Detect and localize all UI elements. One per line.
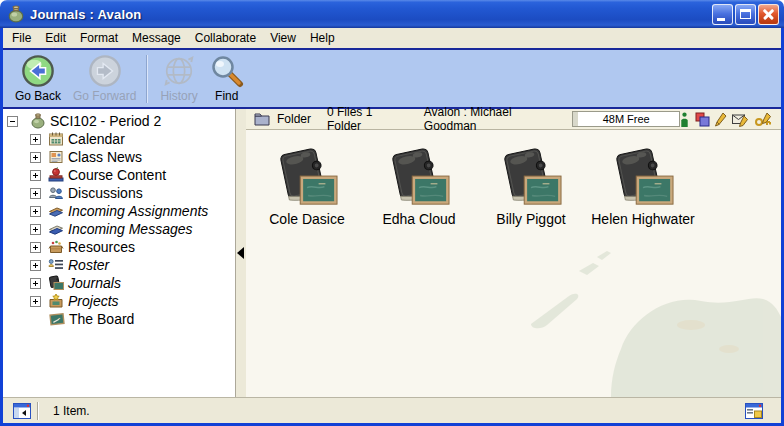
tree-item-calendar[interactable]: Calendar <box>3 130 235 148</box>
menu-view[interactable]: View <box>263 29 303 47</box>
pane-splitter[interactable] <box>236 109 246 397</box>
go-back-button[interactable]: Go Back <box>9 54 67 103</box>
menu-collaborate[interactable]: Collaborate <box>188 29 263 47</box>
free-space-gauge: 48M Free <box>572 111 680 127</box>
expand-expander-icon[interactable] <box>30 188 41 199</box>
tree-item-the-board[interactable]: The Board <box>3 310 235 328</box>
menu-format[interactable]: Format <box>73 29 125 47</box>
toggle-tree-panel[interactable] <box>9 401 35 421</box>
tree-item-resources[interactable]: Resources <box>3 238 235 256</box>
tree-item-class-news[interactable]: Class News <box>3 148 235 166</box>
journal-item[interactable]: Billy Piggot <box>477 147 585 227</box>
tree-item-projects[interactable]: Projects <box>3 292 235 310</box>
people-icon <box>48 185 64 201</box>
messages-icon <box>48 221 64 237</box>
find-button[interactable]: Find <box>204 54 250 103</box>
titlebar[interactable]: Journals : Avalon <box>0 0 784 28</box>
item-count-label: 1 Item. <box>53 404 90 418</box>
go-forward-button: Go Forward <box>67 54 142 103</box>
calendar-icon <box>48 131 64 147</box>
hide-pane-icon <box>13 403 31 419</box>
header-flag-icons <box>680 111 777 127</box>
journal-book-icon <box>611 147 675 209</box>
tree-item-roster[interactable]: Roster <box>3 256 235 274</box>
apple-books-icon <box>48 167 64 183</box>
resources-box-icon <box>48 239 64 255</box>
go-back-icon <box>21 54 55 88</box>
expand-expander-icon[interactable] <box>30 152 41 163</box>
projects-box-icon <box>48 293 64 309</box>
folder-icon <box>254 112 270 126</box>
journal-item-name: Cole Dasice <box>269 211 344 227</box>
gauge-fill <box>573 112 578 126</box>
go-forward-icon <box>88 54 122 88</box>
window-title: Journals : Avalon <box>30 7 142 22</box>
menubar: File Edit Format Message Collaborate Vie… <box>3 28 781 48</box>
toggle-form-panel[interactable] <box>745 403 763 419</box>
journal-item[interactable]: Cole Dasice <box>253 147 361 227</box>
flask-icon <box>7 5 25 23</box>
expand-expander-icon[interactable] <box>30 242 41 253</box>
menu-file[interactable]: File <box>5 29 38 47</box>
journal-item-name: Helen Highwater <box>591 211 695 227</box>
expand-expander-icon[interactable] <box>30 170 41 181</box>
expand-expander-icon[interactable] <box>30 260 41 271</box>
history-button: History <box>154 54 203 103</box>
collapse-pane-arrow-icon[interactable] <box>237 247 244 259</box>
expand-expander-icon[interactable] <box>30 134 41 145</box>
folder-counts: 0 Files 1 Folder <box>327 105 400 133</box>
chalkboard-icon <box>49 311 65 327</box>
tree-item-discussions[interactable]: Discussions <box>3 184 235 202</box>
journal-item[interactable]: Helen Highwater <box>589 147 697 227</box>
folder-header-bar: Folder 0 Files 1 Folder Avalon : Michael… <box>246 109 781 130</box>
menu-edit[interactable]: Edit <box>38 29 73 47</box>
toolbar-separator <box>146 55 148 103</box>
expand-expander-icon[interactable] <box>30 278 41 289</box>
map-watermark <box>501 229 781 397</box>
history-globe-icon <box>162 54 196 88</box>
journal-items-row: Cole Dasice Edha Cloud Billy Piggot Hele… <box>246 130 781 227</box>
journal-item-name: Billy Piggot <box>496 211 565 227</box>
minimize-button[interactable] <box>712 4 733 25</box>
mail-pencil-icon[interactable] <box>732 112 750 127</box>
journal-book-icon <box>499 147 563 209</box>
close-button[interactable] <box>758 4 779 25</box>
expand-expander-icon[interactable] <box>30 206 41 217</box>
journal-item-name: Edha Cloud <box>382 211 455 227</box>
key-pencil-icon[interactable] <box>755 112 775 127</box>
tree-item-incoming-assignments[interactable]: Incoming Assignments <box>3 202 235 220</box>
folder-content-pane: Folder 0 Files 1 Folder Avalon : Michael… <box>246 109 781 397</box>
expand-expander-icon[interactable] <box>30 296 41 307</box>
menu-message[interactable]: Message <box>125 29 188 47</box>
tree-item-incoming-messages[interactable]: Incoming Messages <box>3 220 235 238</box>
free-space-label: 48M Free <box>603 113 650 125</box>
maximize-button[interactable] <box>735 4 756 25</box>
news-icon <box>48 149 64 165</box>
tree-item-root[interactable]: SCI102 - Period 2 <box>3 112 235 130</box>
statusbar: 1 Item. <box>3 397 781 423</box>
show-form-icon <box>745 403 763 419</box>
person-icon[interactable] <box>680 112 689 127</box>
main-area: SCI102 - Period 2 Calendar <box>3 109 781 397</box>
notebooks-icon <box>48 203 64 219</box>
tree-item-journals[interactable]: Journals <box>3 274 235 292</box>
account-label: Avalon : Michael Goodman <box>424 105 551 133</box>
tree-item-course-content[interactable]: Course Content <box>3 166 235 184</box>
flask-icon <box>30 113 46 129</box>
toolbar: Go Back Go Forward History <box>3 48 781 109</box>
folder-label: Folder <box>277 112 311 126</box>
window-body: File Edit Format Message Collaborate Vie… <box>0 28 784 426</box>
menu-help[interactable]: Help <box>303 29 342 47</box>
course-tree: SCI102 - Period 2 Calendar <box>3 109 236 397</box>
status-separator <box>37 402 39 420</box>
expand-expander-icon[interactable] <box>30 224 41 235</box>
find-magnifier-icon <box>210 54 244 88</box>
app-window: Journals : Avalon File Edit Format Messa… <box>0 0 784 426</box>
collapse-expander-icon[interactable] <box>7 116 18 127</box>
journal-book-icon <box>275 147 339 209</box>
pencil-icon[interactable] <box>715 112 727 127</box>
journal-item[interactable]: Edha Cloud <box>365 147 473 227</box>
roster-list-icon <box>48 257 64 273</box>
layers-icon[interactable] <box>694 111 710 127</box>
journal-book-icon <box>387 147 451 209</box>
